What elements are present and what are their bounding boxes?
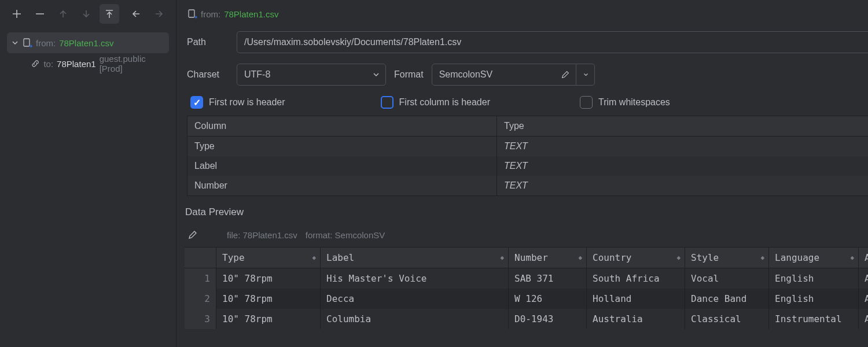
sort-icon: ◆: [578, 254, 580, 261]
file-icon: ✶: [22, 38, 32, 48]
path-value: /Users/maxim.sobolevskiy/Documents/78Pla…: [244, 37, 461, 47]
table-row[interactable]: Label TEXT: [187, 156, 868, 176]
pencil-icon[interactable]: [561, 70, 570, 79]
to-prefix: to:: [43, 59, 53, 69]
table-row[interactable]: Number TEXT: [187, 176, 868, 195]
chevron-down-icon: [373, 71, 380, 78]
minus-icon: [35, 9, 45, 19]
arrow-up-icon: [58, 9, 68, 19]
data-preview-table: Type◆ Label◆ Number◆ Country◆ Style◆ Lan…: [185, 247, 868, 329]
table-row[interactable]: 2 10" 78rpm Decca W 126 Holland Dance Ba…: [185, 289, 868, 309]
file-icon: ✶: [187, 9, 197, 19]
plus-icon: [12, 9, 22, 19]
preview-format-meta: format: SemcolonSV: [306, 230, 385, 240]
data-preview-title: Data Preview: [185, 206, 868, 218]
sort-icon: ◆: [676, 254, 679, 261]
header-filename: 78Platen1.csv: [224, 9, 278, 19]
charset-select[interactable]: UTF-8: [237, 64, 386, 86]
move-down-button[interactable]: [76, 4, 96, 24]
add-button[interactable]: [7, 4, 27, 24]
arrow-left-icon: [131, 9, 141, 19]
from-filename: 78Platen1.csv: [59, 38, 113, 48]
sort-icon: ◆: [760, 254, 763, 261]
format-dropdown-button[interactable]: [576, 64, 595, 86]
col-header-type[interactable]: Type: [497, 116, 868, 136]
checkbox-checked-icon: ✓: [190, 96, 203, 109]
col-header-column[interactable]: Column: [187, 116, 497, 136]
arrow-down-icon: [81, 9, 91, 19]
chevron-down-icon: [583, 71, 589, 78]
trim-whitespace-checkbox[interactable]: Trim whitespaces: [580, 96, 670, 109]
arrow-up-bar-icon: [104, 9, 115, 19]
path-label: Path: [187, 37, 229, 47]
format-value: SemcolonSV: [439, 69, 493, 80]
to-target: 78Platen1: [57, 59, 96, 69]
charset-value: UTF-8: [244, 69, 270, 80]
col-header[interactable]: Style◆: [685, 248, 769, 268]
table-row[interactable]: 3 10" 78rpm Columbia D0-1943 Australia C…: [185, 309, 868, 329]
gutter-header: [185, 248, 216, 268]
link-icon: [31, 58, 40, 69]
direction-toggle[interactable]: [100, 4, 119, 24]
move-up-button[interactable]: [53, 4, 73, 24]
arrow-right-icon: [154, 9, 164, 19]
checkbox-outlined-icon: [381, 96, 393, 109]
header-from-prefix: from:: [201, 9, 220, 19]
svg-text:✶: ✶: [194, 14, 197, 19]
format-label: Format: [394, 69, 424, 80]
checkbox-empty-icon: [580, 96, 593, 109]
pencil-icon[interactable]: [187, 230, 198, 240]
col-header[interactable]: Number◆: [509, 248, 587, 268]
col-header[interactable]: Country◆: [587, 248, 685, 268]
format-select[interactable]: SemcolonSV: [432, 64, 576, 86]
from-prefix: from:: [36, 38, 56, 48]
first-col-header-checkbox[interactable]: First column is header: [381, 96, 490, 109]
to-meta: guest.public [Prod]: [100, 54, 164, 73]
table-row[interactable]: Type TEXT: [187, 136, 868, 156]
sort-icon: ◆: [312, 254, 314, 261]
source-tree-panel: ✶ from: 78Platen1.csv to: 78Platen1 gues…: [0, 0, 176, 347]
col-header[interactable]: Label◆: [321, 248, 509, 268]
col-header[interactable]: Language◆: [769, 248, 859, 268]
path-input[interactable]: /Users/maxim.sobolevskiy/Documents/78Pla…: [237, 31, 868, 53]
column-type-table: Column Type Type TEXT Label TEXT Number …: [187, 116, 868, 196]
charset-label: Charset: [187, 69, 229, 80]
tree-from-item[interactable]: ✶ from: 78Platen1.csv: [7, 32, 169, 53]
preview-file-meta: file: 78Platen1.csv: [227, 230, 297, 240]
checkbox-row: ✓ First row is header First column is he…: [187, 96, 868, 116]
config-header: ✶ from: 78Platen1.csv: [176, 0, 868, 28]
remove-button[interactable]: [30, 4, 50, 24]
forward-button[interactable]: [149, 4, 169, 24]
col-header[interactable]: Type◆: [216, 248, 321, 268]
config-panel: ✶ from: 78Platen1.csv Path /Users/maxim.…: [176, 0, 868, 347]
back-button[interactable]: [126, 4, 146, 24]
source-tree: ✶ from: 78Platen1.csv to: 78Platen1 gues…: [0, 28, 176, 79]
sort-icon: ◆: [850, 254, 852, 261]
table-row[interactable]: 1 10" 78rpm His Master's Voice SAB 371 S…: [185, 268, 868, 289]
chevron-down-icon: [12, 39, 19, 46]
svg-text:✶: ✶: [29, 43, 32, 48]
tree-toolbar: [0, 0, 176, 28]
first-row-header-checkbox[interactable]: ✓ First row is header: [190, 96, 285, 109]
sort-icon: ◆: [500, 254, 502, 261]
tree-to-item[interactable]: to: 78Platen1 guest.public [Prod]: [7, 53, 169, 74]
col-header[interactable]: Artiest: [859, 248, 868, 268]
